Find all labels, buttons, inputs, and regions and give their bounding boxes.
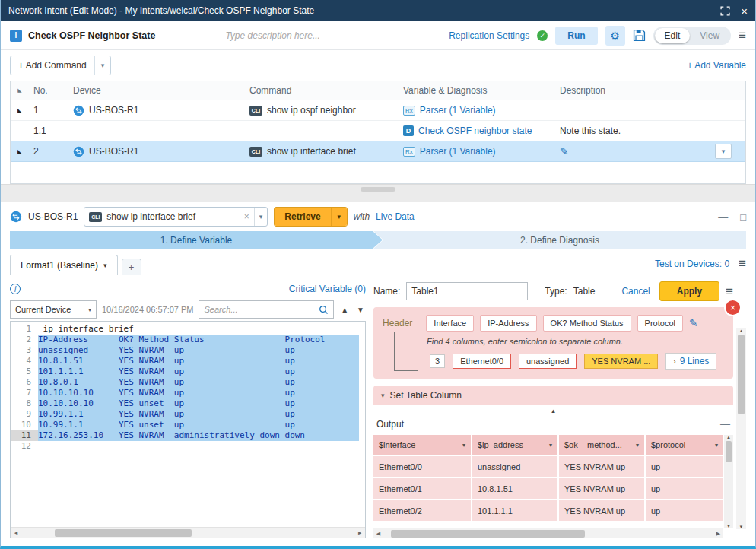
edit-columns-icon[interactable]: ✎ [689, 317, 698, 329]
expand-all-icon[interactable]: ◣ [11, 87, 33, 94]
hscroll-thumb[interactable] [55, 529, 192, 537]
run-settings-gear-icon[interactable]: ⚙ [605, 26, 625, 46]
test-on-devices-link[interactable]: Test on Devices: 0 [655, 259, 729, 269]
column-chip[interactable]: Protocol [637, 315, 683, 332]
live-data-link[interactable]: Live Data [376, 211, 415, 222]
retrieve-label: Retrieve [275, 208, 330, 226]
output-row: Ethernet0/2 101.1.1.1 YES NVRAM up up [373, 500, 723, 521]
chevron-down-icon[interactable]: ▾ [462, 442, 465, 449]
chevron-down-icon[interactable]: ▾ [103, 262, 107, 269]
critical-variable-link[interactable]: Critical Variable (0) [289, 284, 366, 294]
col-command: Command [249, 85, 403, 96]
variable-name-input[interactable] [406, 282, 528, 300]
chevron-down-icon[interactable]: ▾ [94, 56, 111, 75]
command-combobox[interactable]: CLI show ip interface brief × ▾ [84, 207, 268, 227]
tab-format1-baseline[interactable]: Format1 (Baseline) ▾ [10, 255, 118, 275]
row-expander-icon[interactable]: ◣ [11, 148, 33, 155]
row-expander-icon[interactable]: ◣ [11, 107, 33, 114]
minimize-icon[interactable]: — [718, 211, 728, 223]
hscroll-thumb[interactable] [391, 530, 585, 538]
table-row[interactable]: ◣ 1 US-BOS-R1 CLI show ip ospf neighbor … [11, 100, 745, 121]
window-title: Network Intent (Edit Mode) - My Intents/… [8, 5, 710, 16]
parser-link[interactable]: Parser (1 Variable) [420, 146, 496, 157]
chevron-down-icon[interactable]: ▾ [715, 442, 718, 449]
pane-vscrollbar[interactable]: ▲ ▼ [736, 328, 746, 529]
splitter-handle[interactable] [361, 187, 395, 192]
step-define-diagnosis[interactable]: 2. Define Diagnosis [373, 231, 746, 249]
remove-rule-icon[interactable]: × [726, 300, 740, 315]
set-table-column-section[interactable]: ▾ Set Table Column [373, 386, 733, 405]
clear-icon[interactable]: × [244, 211, 249, 222]
sample-ip-cell[interactable]: unassigned [519, 354, 577, 369]
output-minimize-icon[interactable]: — [720, 418, 730, 430]
scroll-down-icon[interactable]: ▼ [726, 524, 731, 528]
scroll-left-icon[interactable]: ◀ [373, 531, 383, 537]
row-actions-dropdown[interactable]: ▾ [715, 144, 732, 159]
output-header-row: $interface▾ $ip_address▾ $ok__method...▾… [373, 435, 723, 455]
close-icon[interactable]: × [741, 5, 748, 17]
run-button[interactable]: Run [555, 27, 597, 45]
device-scope-select[interactable]: Current Device ▾ [10, 300, 97, 319]
find-next-icon[interactable]: ▼ [355, 306, 366, 314]
replication-settings-link[interactable]: Replication Settings [449, 30, 529, 41]
vscroll-thumb[interactable] [726, 441, 732, 462]
search-input[interactable] [204, 305, 316, 314]
add-command-label: + Add Command [11, 56, 94, 75]
step-define-variable[interactable]: 1. Define Variable [10, 231, 383, 249]
output-column-header[interactable]: $ok__method...▾ [559, 435, 644, 455]
sample-ok-cell[interactable]: YES NVRAM ... [584, 354, 658, 369]
editor-line: 610.8.0.1 YES NVRAM up up [11, 377, 365, 388]
save-icon[interactable] [633, 29, 646, 42]
cli-icon: CLI [249, 147, 262, 157]
scroll-down-icon[interactable]: ▼ [739, 525, 744, 529]
retrieve-button[interactable]: Retrieve ▾ [274, 207, 347, 227]
variable-menu-icon[interactable]: ≡ [726, 285, 733, 298]
info-icon[interactable]: i [10, 284, 21, 294]
chevron-down-icon[interactable]: ▾ [636, 442, 639, 449]
apply-button[interactable]: Apply [659, 281, 719, 301]
output-column-header[interactable]: $ip_address▾ [472, 435, 557, 455]
col-device: Device [73, 85, 249, 96]
editor-line: 2IP-Address OK? Method Status Protocol [11, 335, 365, 345]
expand-lines-button[interactable]: › 9 Lines [665, 353, 716, 370]
scroll-right-icon[interactable]: ▶ [713, 531, 723, 537]
output-vscrollbar[interactable]: ▲ ▼ [724, 435, 733, 528]
scroll-right-icon[interactable]: ▶ [354, 528, 365, 538]
output-column-header[interactable]: $interface▾ [373, 435, 471, 455]
cli-output-editor[interactable]: 1 ip interface brief 2IP-Address OK? Met… [10, 321, 366, 538]
diagnosis-link[interactable]: Check OSPF neighbor state [418, 125, 532, 136]
maximize-icon[interactable]: □ [740, 211, 746, 223]
chevron-down-icon[interactable]: ▾ [254, 208, 263, 226]
add-format-tab[interactable]: + [122, 259, 141, 275]
add-command-button[interactable]: + Add Command ▾ [10, 56, 111, 75]
scroll-left-icon[interactable]: ◀ [11, 528, 21, 538]
table-row[interactable]: 1.1 D Check OSPF neighbor state Note thi… [11, 121, 745, 141]
output-column-header[interactable]: $protocol▾ [646, 435, 723, 455]
sample-interface-cell[interactable]: Ethernet0/0 [453, 354, 511, 369]
output-hscrollbar[interactable]: ◀ ▶ [373, 528, 723, 538]
restore-icon[interactable] [720, 6, 730, 16]
collapse-handle[interactable]: ▴ [373, 405, 733, 415]
find-previous-icon[interactable]: ▲ [339, 306, 350, 314]
editor-hscrollbar[interactable]: ◀ ▶ [11, 527, 365, 538]
add-variable-link[interactable]: + Add Variable [687, 60, 746, 71]
column-chip[interactable]: Interface [426, 315, 474, 332]
vscroll-thumb[interactable] [738, 335, 745, 414]
view-toggle[interactable]: View [690, 28, 729, 43]
edit-toggle[interactable]: Edit [655, 28, 691, 43]
description-input[interactable] [225, 30, 400, 41]
cancel-link[interactable]: Cancel [621, 286, 650, 297]
chevron-down-icon[interactable]: ▾ [331, 208, 347, 226]
search-icon[interactable] [319, 305, 329, 315]
column-chip[interactable]: IP-Address [480, 315, 536, 332]
edit-description-icon[interactable]: ✎ [560, 145, 569, 157]
chevron-down-icon[interactable]: ▾ [549, 442, 552, 449]
table-row-selected[interactable]: ◣ 2 US-BOS-R1 CLI show ip interface brie… [11, 141, 745, 162]
tabs-menu-icon[interactable]: ≡ [739, 257, 746, 270]
parser-link[interactable]: Parser (1 Variable) [420, 105, 496, 116]
command-table-header: ◣ No. Device Command Variable & Diagnosi… [11, 81, 745, 100]
device-name: US-BOS-R1 [28, 211, 78, 222]
output-table: $interface▾ $ip_address▾ $ok__method...▾… [373, 435, 733, 528]
header-menu-icon[interactable]: ≡ [739, 29, 746, 42]
column-chip[interactable]: OK? Method Status [543, 315, 631, 332]
